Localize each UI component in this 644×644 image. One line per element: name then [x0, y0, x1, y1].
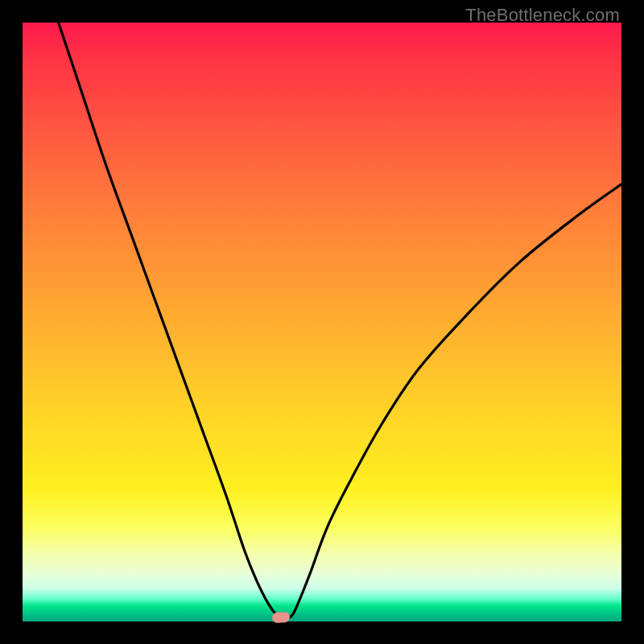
- bottleneck-curve: [23, 23, 621, 621]
- optimal-point-marker: [272, 612, 291, 624]
- chart-frame: TheBottleneck.com: [0, 0, 644, 644]
- plot-area: [23, 23, 621, 621]
